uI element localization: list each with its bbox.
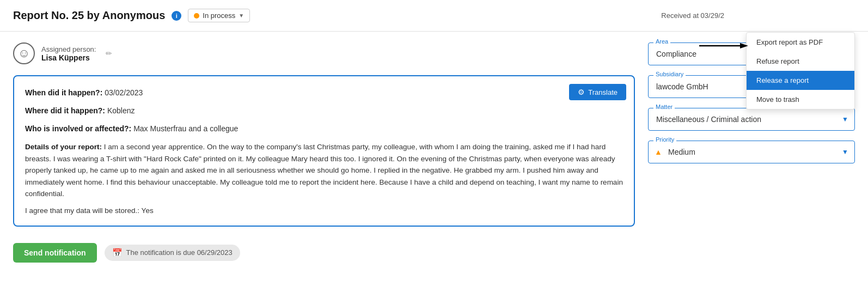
notification-due-badge: 📅 The notification is due 06/29/2023	[105, 245, 240, 261]
where-field: Where did it happen?: Koblenz	[25, 105, 623, 117]
send-notification-button[interactable]: Send notification	[13, 243, 97, 263]
move-to-trash-menu-item[interactable]: Move to trash	[747, 90, 854, 109]
consent-label: I agree that my data will be stored.:	[25, 206, 139, 215]
page-title: Report No. 25 by Anonymous	[13, 9, 165, 22]
header: Report No. 25 by Anonymous i In process …	[0, 0, 868, 32]
matter-select[interactable]: Miscellaneous / Criminal action Harassme…	[648, 108, 855, 131]
assigned-info: Assigned person: Lisa Küppers	[41, 45, 96, 62]
assigned-label: Assigned person:	[41, 45, 96, 53]
matter-label: Matter	[653, 104, 675, 110]
translate-icon: ⚙	[578, 88, 585, 96]
status-dot-icon	[194, 13, 199, 19]
details-label: Details of your report:	[25, 143, 102, 151]
avatar: ☺	[13, 42, 35, 64]
export-pdf-menu-item[interactable]: Export report as PDF	[747, 33, 854, 52]
refuse-report-menu-item[interactable]: Refuse report	[747, 52, 854, 71]
when-label: When did it happen?:	[25, 88, 102, 97]
matter-group: Matter Miscellaneous / Criminal action H…	[648, 108, 855, 131]
report-card: ⚙ Translate When did it happen?: 03/02/2…	[13, 75, 635, 227]
priority-group: Priority ▲ Low Medium High Critical ▼	[648, 141, 855, 163]
consent-value: Yes	[139, 206, 154, 215]
consent-field: I agree that my data will be stored.: Ye…	[25, 206, 623, 215]
edit-icon[interactable]: ✏	[106, 49, 112, 58]
assigned-person-section: ☺ Assigned person: Lisa Küppers ✏	[13, 42, 635, 64]
where-value: Koblenz	[105, 106, 135, 115]
left-panel: ☺ Assigned person: Lisa Küppers ✏ ⚙ Tran…	[13, 42, 635, 268]
main-content: ☺ Assigned person: Lisa Küppers ✏ ⚙ Tran…	[0, 32, 868, 279]
calendar-icon: 📅	[112, 248, 123, 258]
status-chevron-icon: ▼	[239, 13, 244, 19]
priority-select[interactable]: Low Medium High Critical	[648, 141, 855, 163]
received-text: Received at 03/29/2	[661, 11, 724, 20]
page: Report No. 25 by Anonymous i In process …	[0, 0, 868, 292]
translate-label: Translate	[588, 88, 618, 96]
details-field: Details of your report: I am a second ye…	[25, 141, 623, 200]
status-badge[interactable]: In process ▼	[188, 9, 250, 22]
info-icon[interactable]: i	[172, 11, 181, 21]
area-label: Area	[653, 38, 670, 45]
when-field: When did it happen?: 03/02/2023	[25, 87, 623, 99]
avatar-icon: ☺	[18, 46, 30, 60]
bottom-bar: Send notification 📅 The notification is …	[13, 238, 635, 268]
status-label: In process	[203, 11, 235, 20]
who-field: Who is involved or affected?: Max Muster…	[25, 123, 623, 135]
release-report-menu-item[interactable]: Release a report	[747, 71, 854, 90]
when-value: 03/02/2023	[102, 88, 143, 97]
who-value: Max Musterfrau and a collegue	[131, 124, 238, 133]
arrow-indicator	[699, 40, 748, 51]
svg-marker-1	[740, 43, 748, 48]
subsidiary-label: Subsidiary	[653, 71, 686, 77]
priority-label: Priority	[653, 136, 676, 143]
due-label: The notification is due 06/29/2023	[126, 248, 233, 257]
dropdown-menu-container: Export report as PDF Refuse report Relea…	[746, 32, 855, 110]
details-value: I am a second year apprentice. On the wa…	[25, 143, 623, 198]
who-label: Who is involved or affected?:	[25, 124, 131, 133]
assigned-name: Lisa Küppers	[41, 53, 96, 62]
translate-button[interactable]: ⚙ Translate	[569, 84, 626, 100]
where-label: Where did it happen?:	[25, 106, 105, 115]
